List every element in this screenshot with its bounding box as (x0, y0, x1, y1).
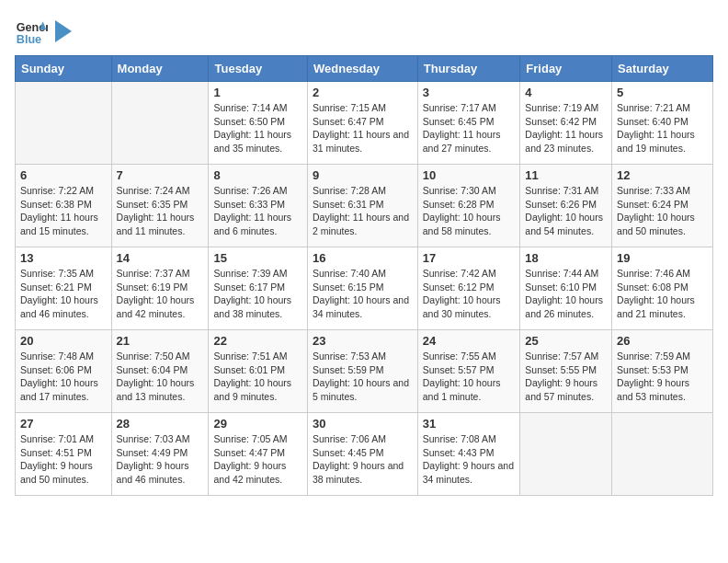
day-number: 21 (117, 334, 204, 348)
logo: General Blue (15, 15, 74, 48)
daylight: Daylight: 10 hours and 17 minutes. (20, 377, 98, 402)
sunrise: Sunrise: 7:48 AM (20, 350, 94, 362)
sunset: Sunset: 4:51 PM (20, 447, 92, 458)
daylight: Daylight: 9 hours and 46 minutes. (117, 460, 189, 485)
calendar-cell: 26Sunrise: 7:59 AMSunset: 5:53 PMDayligh… (612, 330, 713, 413)
logo-icon: General Blue (15, 15, 48, 48)
calendar-cell: 21Sunrise: 7:50 AMSunset: 6:04 PMDayligh… (111, 330, 209, 413)
sunrise: Sunrise: 7:53 AM (313, 350, 386, 362)
cell-content: Sunrise: 7:24 AMSunset: 6:35 PMDaylight:… (117, 184, 204, 238)
calendar-cell: 13Sunrise: 7:35 AMSunset: 6:21 PMDayligh… (16, 247, 112, 330)
calendar-cell: 2Sunrise: 7:15 AMSunset: 6:47 PMDaylight… (307, 82, 417, 165)
sunrise: Sunrise: 7:03 AM (117, 433, 190, 444)
sunset: Sunset: 5:59 PM (313, 364, 384, 375)
calendar-cell: 14Sunrise: 7:37 AMSunset: 6:19 PMDayligh… (111, 247, 209, 330)
calendar-cell: 27Sunrise: 7:01 AMSunset: 4:51 PMDayligh… (16, 413, 112, 496)
cell-content: Sunrise: 7:14 AMSunset: 6:50 PMDaylight:… (213, 101, 302, 155)
sunrise: Sunrise: 7:05 AM (213, 433, 287, 444)
day-number: 8 (213, 168, 302, 182)
day-number: 23 (313, 334, 413, 348)
day-number: 5 (617, 86, 708, 99)
sunrise: Sunrise: 7:31 AM (525, 185, 598, 196)
sunset: Sunset: 6:15 PM (313, 282, 384, 293)
calendar-cell: 18Sunrise: 7:44 AMSunset: 6:10 PMDayligh… (520, 247, 612, 330)
cell-content: Sunrise: 7:05 AMSunset: 4:47 PMDaylight:… (213, 432, 302, 487)
cell-content: Sunrise: 7:30 AMSunset: 6:28 PMDaylight:… (423, 184, 516, 238)
sunrise: Sunrise: 7:21 AM (617, 102, 690, 113)
day-number: 29 (213, 417, 302, 431)
weekday-header-monday: Monday (111, 56, 209, 82)
calendar-cell: 25Sunrise: 7:57 AMSunset: 5:55 PMDayligh… (520, 330, 612, 413)
sunset: Sunset: 6:12 PM (423, 282, 495, 293)
sunrise: Sunrise: 7:44 AM (525, 268, 598, 279)
sunset: Sunset: 6:38 PM (20, 199, 92, 210)
cell-content: Sunrise: 7:40 AMSunset: 6:15 PMDaylight:… (313, 267, 413, 321)
calendar-cell: 28Sunrise: 7:03 AMSunset: 4:49 PMDayligh… (111, 413, 209, 496)
calendar-cell: 24Sunrise: 7:55 AMSunset: 5:57 PMDayligh… (417, 330, 520, 413)
cell-content: Sunrise: 7:55 AMSunset: 5:57 PMDaylight:… (423, 350, 516, 404)
sunset: Sunset: 4:49 PM (117, 447, 188, 458)
sunset: Sunset: 6:45 PM (423, 116, 495, 127)
sunset: Sunset: 6:28 PM (423, 199, 495, 210)
sunset: Sunset: 6:26 PM (525, 199, 597, 210)
daylight: Daylight: 10 hours and 9 minutes. (213, 377, 291, 402)
cell-content: Sunrise: 7:35 AMSunset: 6:21 PMDaylight:… (20, 267, 107, 321)
day-number: 17 (423, 251, 516, 265)
cell-content: Sunrise: 7:51 AMSunset: 6:01 PMDaylight:… (213, 350, 302, 404)
day-number: 4 (525, 86, 607, 99)
cell-content: Sunrise: 7:48 AMSunset: 6:06 PMDaylight:… (20, 350, 107, 404)
daylight: Daylight: 9 hours and 50 minutes. (20, 460, 93, 485)
cell-content: Sunrise: 7:42 AMSunset: 6:12 PMDaylight:… (423, 267, 516, 321)
daylight: Daylight: 10 hours and 13 minutes. (117, 377, 195, 402)
daylight: Daylight: 11 hours and 15 minutes. (20, 212, 98, 236)
day-number: 2 (313, 86, 413, 99)
sunset: Sunset: 6:01 PM (213, 364, 285, 375)
daylight: Daylight: 10 hours and 5 minutes. (313, 377, 409, 402)
sunrise: Sunrise: 7:40 AM (313, 268, 386, 279)
cell-content: Sunrise: 7:59 AMSunset: 5:53 PMDaylight:… (617, 350, 708, 404)
daylight: Daylight: 11 hours and 19 minutes. (617, 129, 695, 154)
sunset: Sunset: 6:47 PM (313, 116, 384, 127)
sunrise: Sunrise: 7:17 AM (423, 102, 496, 113)
sunrise: Sunrise: 7:59 AM (617, 350, 690, 362)
sunrise: Sunrise: 7:24 AM (117, 185, 190, 196)
sunrise: Sunrise: 7:28 AM (313, 185, 386, 196)
calendar-cell: 17Sunrise: 7:42 AMSunset: 6:12 PMDayligh… (417, 247, 520, 330)
day-number: 7 (117, 168, 204, 182)
sunset: Sunset: 6:17 PM (213, 282, 285, 293)
calendar-cell: 7Sunrise: 7:24 AMSunset: 6:35 PMDaylight… (111, 165, 209, 247)
calendar-cell: 4Sunrise: 7:19 AMSunset: 6:42 PMDaylight… (520, 82, 612, 165)
sunset: Sunset: 6:40 PM (617, 116, 688, 127)
sunset: Sunset: 4:47 PM (213, 447, 285, 458)
sunrise: Sunrise: 7:37 AM (117, 268, 190, 279)
sunrise: Sunrise: 7:01 AM (20, 433, 94, 444)
calendar-table: SundayMondayTuesdayWednesdayThursdayFrid… (15, 55, 713, 496)
calendar-cell: 22Sunrise: 7:51 AMSunset: 6:01 PMDayligh… (209, 330, 308, 413)
daylight: Daylight: 10 hours and 42 minutes. (117, 294, 195, 319)
calendar-cell: 30Sunrise: 7:06 AMSunset: 4:45 PMDayligh… (307, 413, 417, 496)
sunrise: Sunrise: 7:50 AM (117, 350, 190, 362)
calendar-cell: 19Sunrise: 7:46 AMSunset: 6:08 PMDayligh… (612, 247, 713, 330)
cell-content: Sunrise: 7:39 AMSunset: 6:17 PMDaylight:… (213, 267, 302, 321)
day-number: 11 (525, 168, 607, 182)
day-number: 13 (20, 251, 107, 265)
daylight: Daylight: 11 hours and 2 minutes. (313, 212, 409, 236)
cell-content: Sunrise: 7:15 AMSunset: 6:47 PMDaylight:… (313, 101, 413, 155)
cell-content: Sunrise: 7:03 AMSunset: 4:49 PMDaylight:… (117, 432, 204, 487)
cell-content: Sunrise: 7:22 AMSunset: 6:38 PMDaylight:… (20, 184, 107, 238)
cell-content: Sunrise: 7:37 AMSunset: 6:19 PMDaylight:… (117, 267, 204, 321)
day-number: 28 (117, 417, 204, 431)
sunset: Sunset: 6:06 PM (20, 364, 92, 375)
day-number: 12 (617, 168, 708, 182)
daylight: Daylight: 9 hours and 42 minutes. (213, 460, 286, 485)
weekday-header-thursday: Thursday (417, 56, 520, 82)
calendar-cell: 29Sunrise: 7:05 AMSunset: 4:47 PMDayligh… (209, 413, 308, 496)
calendar-cell (612, 413, 713, 496)
daylight: Daylight: 10 hours and 46 minutes. (20, 294, 98, 319)
day-number: 3 (423, 86, 516, 99)
calendar-cell: 10Sunrise: 7:30 AMSunset: 6:28 PMDayligh… (417, 165, 520, 247)
week-row-3: 13Sunrise: 7:35 AMSunset: 6:21 PMDayligh… (16, 247, 713, 330)
weekday-header-sunday: Sunday (16, 56, 112, 82)
cell-content: Sunrise: 7:08 AMSunset: 4:43 PMDaylight:… (423, 432, 516, 487)
day-number: 22 (213, 334, 302, 348)
